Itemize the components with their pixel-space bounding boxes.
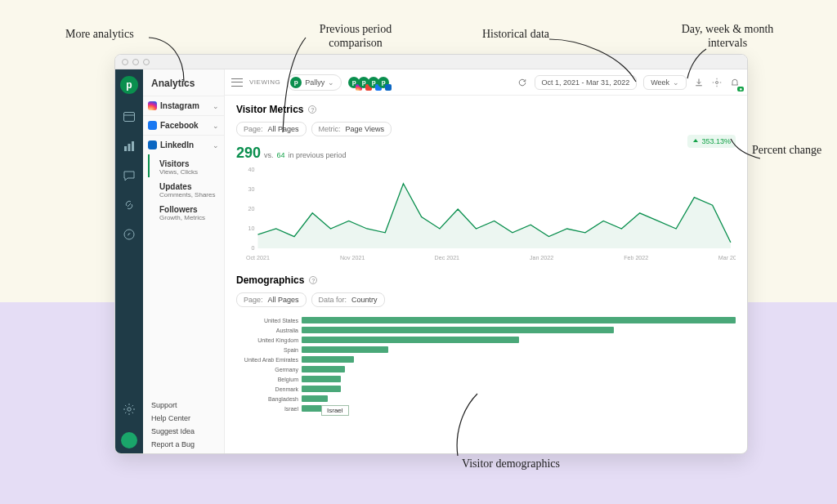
demo-bar-track[interactable] — [302, 366, 736, 372]
rail-link-icon[interactable] — [123, 198, 136, 212]
demo-bar-row: Australia — [236, 325, 736, 335]
demo-bar-track[interactable] — [302, 327, 736, 333]
sidebar-sub-visitors[interactable]: Visitors Views, Clicks — [148, 154, 224, 177]
demo-bar-track[interactable] — [302, 395, 736, 402]
help-icon[interactable]: ? — [309, 276, 317, 284]
demo-bar-label: Germany — [236, 367, 298, 372]
rail-chat-icon[interactable] — [123, 169, 136, 182]
visitor-metrics-chart: 010203040Oct 2021Nov 2021Dec 2021Jan 202… — [236, 165, 736, 263]
demo-bar — [302, 395, 328, 402]
annotation-visitor-demographics: Visitor demographics — [458, 457, 564, 471]
demo-bar-track[interactable]: Israel — [302, 405, 736, 412]
sidebar-sub-head: Visitors — [159, 159, 217, 168]
annotation-intervals: Day, week & month intervals — [678, 23, 777, 51]
sidebar-sub-head: Updates — [159, 182, 217, 191]
facebook-icon — [148, 121, 157, 130]
sidebar-item-facebook[interactable]: Facebook ⌄ — [143, 115, 224, 135]
demo-bar-track[interactable] — [302, 346, 736, 353]
demo-tooltip: Israel — [321, 405, 349, 416]
sidebar-item-label: Facebook — [160, 121, 199, 130]
rail-analytics-icon[interactable] — [123, 140, 136, 153]
metric-value: 290 — [236, 145, 261, 162]
refresh-icon[interactable] — [517, 77, 528, 88]
svg-text:Feb 2022: Feb 2022 — [624, 255, 648, 261]
demo-bar — [302, 376, 341, 382]
sidebar-sub-updates[interactable]: Updates Comments, Shares — [148, 177, 224, 200]
demo-bar-track[interactable] — [302, 317, 736, 323]
demo-bar — [302, 356, 354, 363]
sidebar-sub-desc: Views, Clicks — [159, 168, 217, 176]
demo-bar-track[interactable] — [302, 386, 736, 392]
demo-bar-label: Israel — [236, 406, 298, 412]
svg-text:Jan 2022: Jan 2022 — [530, 255, 553, 261]
demo-bar-row: Belgium — [236, 374, 736, 384]
rail-user-avatar[interactable] — [121, 432, 137, 448]
app-window: p Analytics Instagram ⌄ Facebook ⌄ Linke… — [114, 54, 748, 454]
svg-rect-3 — [128, 144, 131, 151]
demo-bar-row: Bangladesh — [236, 394, 736, 404]
metric-previous-value: 64 — [277, 151, 285, 159]
demo-bar-label: Spain — [236, 347, 298, 353]
demo-bar-row: Germany — [236, 364, 736, 374]
nav-rail: p — [115, 69, 143, 453]
demo-bar-track[interactable] — [302, 376, 736, 382]
demo-bar — [302, 366, 345, 372]
sidebar-sub-head: Followers — [159, 205, 217, 214]
sidebar-sub-desc: Comments, Shares — [159, 191, 217, 198]
svg-rect-0 — [124, 113, 135, 122]
demo-datafor-filter[interactable]: Data for:Country — [311, 292, 385, 307]
settings-icon[interactable] — [711, 77, 723, 88]
annotation-prev-period: Previous period comparison — [302, 23, 409, 51]
rail-compass-icon[interactable] — [123, 228, 136, 241]
sidebar-item-instagram[interactable]: Instagram ⌄ — [143, 96, 224, 115]
arrow-up-icon — [692, 138, 699, 145]
demographics-title: Demographics ? — [236, 274, 736, 286]
svg-text:30: 30 — [248, 186, 254, 192]
sidebar-sub-followers[interactable]: Followers Growth, Metrics — [148, 200, 224, 223]
demo-bar-label: United Arab Emirates — [236, 357, 298, 363]
notification-badge: ● — [737, 87, 744, 91]
demo-bar-row: United States — [236, 315, 736, 325]
app-logo[interactable]: p — [120, 76, 138, 94]
demo-bar — [302, 346, 388, 353]
chevron-down-icon: ⌄ — [213, 141, 219, 149]
content-area: Visitor Metrics ? Page:All Pages Metric:… — [225, 96, 747, 453]
demo-bar-row: IsraelIsrael — [236, 404, 736, 413]
demo-bar-row: Denmark — [236, 384, 736, 394]
interval-selector[interactable]: Week⌄ — [643, 75, 687, 90]
svg-text:Oct 2021: Oct 2021 — [246, 255, 270, 261]
rail-calendar-icon[interactable] — [123, 110, 136, 123]
demo-bar — [302, 337, 519, 343]
sidebar-footer-help[interactable]: Help Center — [151, 414, 216, 422]
sidebar-item-linkedin[interactable]: LinkedIn ⌄ — [143, 135, 224, 154]
hamburger-icon[interactable] — [231, 78, 243, 87]
sidebar-footer: Support Help Center Suggest Idea Report … — [143, 395, 224, 453]
demo-bar — [302, 327, 614, 333]
demo-bar-label: United States — [236, 318, 298, 323]
demo-bar-label: Denmark — [236, 386, 298, 392]
notifications-icon[interactable]: ● — [729, 77, 741, 88]
demo-bar-label: Bangladesh — [236, 396, 298, 402]
traffic-light-close[interactable] — [122, 59, 128, 65]
demo-page-filter[interactable]: Page:All Pages — [236, 292, 307, 307]
demo-bar-track[interactable] — [302, 337, 736, 343]
annotation-percent-change: Percent change — [752, 144, 826, 158]
demographics-filters: Page:All Pages Data for:Country — [236, 292, 736, 307]
connected-accounts[interactable]: p p p p — [348, 77, 389, 88]
chevron-down-icon: ⌄ — [213, 122, 219, 130]
sidebar-footer-support[interactable]: Support — [151, 401, 216, 409]
demo-bar-track[interactable] — [302, 356, 736, 363]
svg-rect-4 — [132, 141, 134, 151]
percent-change-value: 353.13% — [701, 137, 731, 145]
sidebar-footer-suggest[interactable]: Suggest Idea — [151, 427, 216, 435]
sidebar-item-label: Instagram — [160, 101, 199, 110]
sidebar: Analytics Instagram ⌄ Facebook ⌄ LinkedI… — [143, 69, 225, 453]
visitor-metrics-headline: 290 vs. 64 in previous period — [236, 145, 736, 162]
rail-settings-icon[interactable] — [123, 403, 136, 416]
demographics-chart: United StatesAustraliaUnited KingdomSpai… — [236, 315, 736, 413]
demo-bar — [302, 386, 341, 392]
sidebar-footer-bug[interactable]: Report a Bug — [151, 440, 216, 448]
demo-bar-row: Spain — [236, 345, 736, 355]
traffic-light-minimize[interactable] — [132, 59, 139, 65]
interval-text: Week — [651, 78, 669, 87]
